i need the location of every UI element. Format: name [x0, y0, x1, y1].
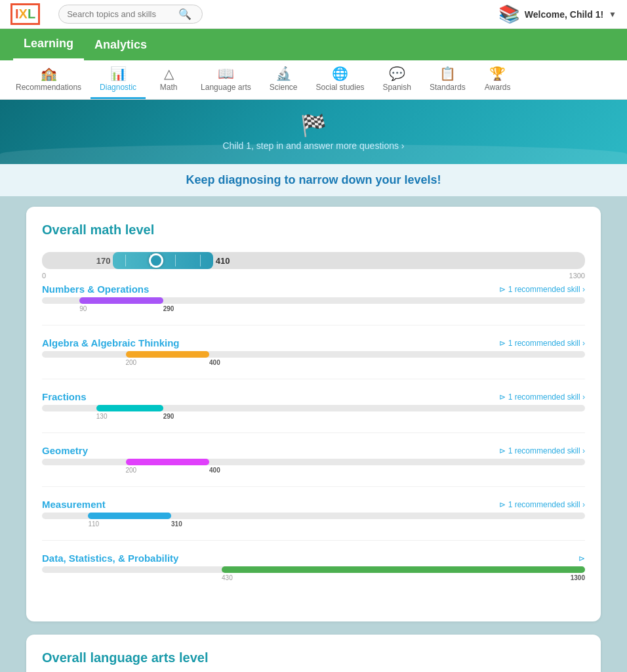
sublevel-geometry: Geometry 1 recommended skill › 200 400 — [42, 445, 585, 487]
measurement-low: 110 — [88, 520, 99, 528]
sublevel-geometry-name[interactable]: Geometry — [42, 445, 88, 456]
sublevel-numbers-header: Numbers & Operations 1 recommended skill… — [42, 284, 585, 295]
welcome-text: Welcome, Child 1! — [525, 9, 603, 20]
sublevel-measurement-recommended[interactable]: 1 recommended skill › — [499, 500, 585, 509]
numbers-bar-track — [42, 297, 585, 304]
algebra-bar-track — [42, 351, 585, 358]
logo-l: L — [28, 7, 35, 22]
diagnose-prompt: Keep diagnosing to narrow down your leve… — [0, 164, 627, 196]
data-stats-bar-track — [42, 566, 585, 573]
algebra-high: 400 — [209, 359, 220, 366]
books-icon: 📚 — [498, 4, 519, 24]
data-stats-high: 1300 — [571, 574, 585, 581]
algebra-low: 200 — [126, 359, 137, 366]
social-studies-icon: 🌐 — [332, 66, 348, 81]
bar-min-label: 0 — [42, 272, 46, 280]
numbers-high: 290 — [163, 305, 174, 312]
data-stats-low: 430 — [222, 574, 233, 581]
tab-standards[interactable]: 📋 Standards — [420, 60, 475, 99]
data-stats-bar-fill — [222, 566, 585, 573]
tab-science[interactable]: 🔬 Science — [260, 60, 307, 99]
bar-max-label: 1300 — [569, 272, 585, 280]
geometry-high: 400 — [209, 467, 220, 474]
sublevel-fractions-name[interactable]: Fractions — [42, 391, 87, 402]
math-section-card: Overall math level — [26, 207, 601, 621]
sublevel-algebra-header: Algebra & Algebraic Thinking 1 recommend… — [42, 337, 585, 348]
tab-math[interactable]: △ Math — [146, 60, 192, 99]
overall-math-bar-track: 170 410 — [42, 252, 585, 269]
sublevel-fractions-recommended[interactable]: 1 recommended skill › — [499, 392, 585, 402]
tab-language-arts-label: Language arts — [201, 83, 251, 92]
math-icon: △ — [164, 66, 174, 81]
fractions-high: 290 — [163, 413, 174, 420]
tab-language-arts[interactable]: 📖 Language arts — [192, 60, 260, 99]
sublevel-algebra: Algebra & Algebraic Thinking 1 recommend… — [42, 337, 585, 379]
tab-recommendations[interactable]: 🏫 Recommendations — [7, 60, 91, 99]
fractions-bar-fill — [96, 405, 163, 411]
numbers-bar-fill — [79, 297, 163, 304]
language-arts-icon: 📖 — [218, 66, 234, 81]
logo[interactable]: I X L — [10, 3, 40, 25]
geometry-low: 200 — [126, 467, 137, 474]
fractions-low: 130 — [96, 413, 108, 420]
tab-social-studies-label: Social studies — [316, 83, 365, 92]
measurement-bar-fill — [88, 513, 171, 519]
nav-bar: Learning Analytics — [0, 29, 627, 60]
sublevel-data-stats: Data, Statistics, & Probability 430 1300 — [42, 553, 585, 594]
tab-spanish[interactable]: 💬 Spanish — [374, 60, 420, 99]
numbers-low: 90 — [79, 305, 87, 312]
sublevel-geometry-recommended[interactable]: 1 recommended skill › — [499, 446, 585, 455]
geometry-bar-track — [42, 459, 585, 465]
tab-science-label: Science — [270, 83, 298, 92]
measurement-high: 310 — [171, 520, 182, 528]
sublevel-measurement: Measurement 1 recommended skill › 110 31… — [42, 499, 585, 541]
tab-social-studies[interactable]: 🌐 Social studies — [307, 60, 374, 99]
sublevel-numbers-recommended[interactable]: 1 recommended skill › — [499, 285, 585, 294]
sublevel-algebra-recommended[interactable]: 1 recommended skill › — [499, 339, 585, 348]
sublevel-data-stats-name[interactable]: Data, Statistics, & Probability — [42, 553, 178, 564]
diagnostic-banner: 🏁 Child 1, step in and answer more quest… — [0, 100, 627, 164]
measurement-bar-track — [42, 513, 585, 519]
sublevel-algebra-name[interactable]: Algebra & Algebraic Thinking — [42, 337, 179, 348]
header-right: 📚 Welcome, Child 1! ▼ — [498, 4, 617, 24]
tab-spanish-label: Spanish — [383, 83, 411, 92]
tab-awards[interactable]: 🏆 Awards — [475, 60, 521, 99]
sublevel-measurement-header: Measurement 1 recommended skill › — [42, 499, 585, 510]
logo-x: X — [19, 7, 28, 22]
math-section-title: Overall math level — [42, 222, 585, 238]
tabs-bar: 🏫 Recommendations 📊 Diagnostic △ Math 📖 … — [0, 60, 627, 100]
banner-flag-icon: 🏁 — [300, 113, 327, 138]
overall-math-bar-labels: 0 1300 — [42, 272, 585, 280]
fractions-bar-track — [42, 405, 585, 411]
sublevel-data-stats-header: Data, Statistics, & Probability — [42, 553, 585, 564]
overall-math-marker — [149, 253, 163, 268]
search-input[interactable] — [67, 9, 178, 19]
sublevel-numbers-name[interactable]: Numbers & Operations — [42, 284, 149, 295]
tab-diagnostic-label: Diagnostic — [100, 83, 136, 92]
top-header: I X L 🔍 📚 Welcome, Child 1! ▼ — [0, 0, 627, 29]
geometry-bar-fill — [126, 459, 210, 465]
sublevel-fractions: Fractions 1 recommended skill › 130 290 — [42, 391, 585, 433]
dropdown-arrow[interactable]: ▼ — [609, 10, 617, 19]
sublevel-data-stats-recommended — [578, 554, 585, 563]
overall-math-bar-wrapper: 170 410 0 1300 — [42, 252, 585, 280]
tab-awards-label: Awards — [485, 83, 511, 92]
tab-recommendations-label: Recommendations — [16, 83, 81, 92]
nav-analytics[interactable]: Analytics — [84, 30, 157, 60]
sublevel-numbers-operations: Numbers & Operations 1 recommended skill… — [42, 284, 585, 326]
tab-diagnostic[interactable]: 📊 Diagnostic — [91, 60, 146, 99]
sublevel-measurement-name[interactable]: Measurement — [42, 499, 106, 510]
standards-icon: 📋 — [439, 66, 456, 81]
nav-learning[interactable]: Learning — [13, 29, 84, 60]
awards-icon: 🏆 — [489, 66, 506, 81]
spanish-icon: 💬 — [389, 66, 405, 81]
main-content: Overall math level — [0, 196, 627, 672]
recommendations-icon: 🏫 — [41, 66, 57, 81]
search-icon: 🔍 — [178, 8, 192, 20]
tab-standards-label: Standards — [430, 83, 466, 92]
algebra-bar-fill — [126, 351, 210, 358]
search-bar[interactable]: 🔍 — [58, 5, 203, 24]
tab-math-label: Math — [160, 83, 178, 92]
banner-text[interactable]: Child 1, step in and answer more questio… — [222, 140, 404, 151]
diagnostic-icon: 📊 — [110, 66, 127, 81]
